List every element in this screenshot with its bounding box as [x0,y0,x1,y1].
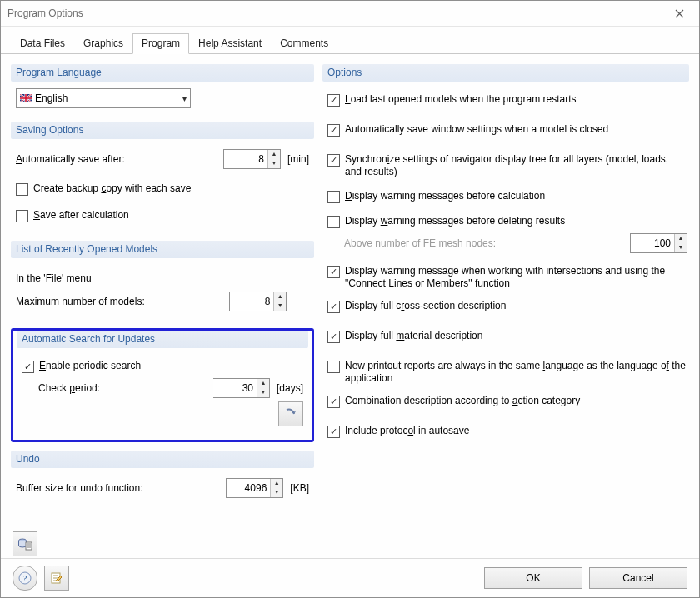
checkbox-icon [16,183,28,196]
opt-warn-intersections[interactable]: Display warning message when working wit… [328,265,688,290]
checkbox-icon [328,301,340,313]
spin-up-icon[interactable]: ▲ [271,479,282,488]
close-icon [675,9,684,18]
save-after-calc-checkbox[interactable]: Save after calculation [16,209,309,222]
refresh-arrow-icon [284,407,298,421]
spin-up-icon[interactable]: ▲ [258,379,269,388]
cancel-button[interactable]: Cancel [589,567,688,589]
check-period-unit: [days] [277,382,303,394]
opt-full-cross-section[interactable]: Display full cross-section description [328,300,688,313]
undo-buffer-label: Buffer size for undo function: [16,482,226,494]
tab-data-files[interactable]: Data Files [11,33,74,54]
window-title: Program Options [8,7,662,19]
max-models-label: Maximum number of models: [16,296,229,307]
group-header-language: Program Language [11,64,314,82]
spin-down-icon[interactable]: ▼ [675,243,687,252]
opt-label: Display warning messages before deleting… [345,215,688,227]
language-value: English [35,92,68,104]
max-models-spinner[interactable]: ▲▼ [229,292,287,311]
spin-down-icon[interactable]: ▼ [258,388,269,397]
right-column: Options Load last opened models when the… [322,64,689,521]
checkbox-icon [16,210,28,222]
tab-comments[interactable]: Comments [271,33,338,54]
dialog-footer: ? OK Cancel [1,558,699,597]
spin-up-icon[interactable]: ▲ [268,150,280,159]
tab-help-assistant[interactable]: Help Assistant [189,33,271,54]
check-period-spinner[interactable]: ▲▼ [212,378,270,398]
backup-checkbox[interactable]: Create backup copy with each save [16,182,309,196]
group-options: Options Load last opened models when the… [322,64,689,513]
save-after-calc-label: Save after calculation [33,209,309,222]
group-updates: Automatic Search for Updates Enable peri… [17,331,308,435]
checkbox-icon [328,396,340,408]
opt-warn-before-delete[interactable]: Display warning messages before deleting… [328,215,688,228]
opt-label: Include protocol in autosave [345,425,688,437]
fe-nodes-spinner[interactable]: ▲▼ [630,233,688,253]
group-header-saving: Saving Options [11,122,314,139]
tab-bar: Data Files Graphics Program Help Assista… [1,27,699,54]
language-select[interactable]: English ▾ [16,88,191,108]
opt-printout-language[interactable]: New printout reports are always in the s… [328,360,688,385]
close-button[interactable] [662,2,696,25]
auto-save-unit: [min] [288,153,309,165]
group-header-recent: List of Recently Opened Models [11,241,314,258]
spin-up-icon[interactable]: ▲ [675,234,687,243]
opt-combination-desc[interactable]: Combination description according to act… [328,395,688,408]
backup-label: Create backup copy with each save [33,182,309,195]
database-settings-icon [18,536,32,551]
check-now-button[interactable] [278,401,303,426]
program-options-window: Program Options Data Files Graphics Prog… [0,0,700,598]
checkbox-icon [328,216,340,228]
svg-text:?: ? [23,573,28,583]
undo-buffer-input[interactable] [227,479,270,497]
help-button[interactable]: ? [12,566,38,591]
spin-down-icon[interactable]: ▼ [268,159,280,168]
ok-label: OK [526,572,540,584]
opt-label: Automatically save window settings when … [345,123,688,136]
group-header-options: Options [322,64,689,82]
cancel-label: Cancel [622,572,653,584]
auto-save-label: Automatically save after: [16,153,223,165]
opt-include-protocol[interactable]: Include protocol in autosave [328,425,688,438]
help-icon: ? [18,571,32,585]
opt-label: Display full cross-section description [345,300,688,312]
settings-db-button[interactable] [12,531,38,556]
ok-button[interactable]: OK [484,567,582,589]
opt-full-material[interactable]: Display full material description [328,330,688,343]
opt-sync-navigator[interactable]: Synchronize settings of navigator displa… [328,153,688,178]
opt-load-last-models[interactable]: Load last opened models when the program… [328,93,688,107]
checkbox-icon [328,191,340,203]
opt-save-window-settings[interactable]: Automatically save window settings when … [328,123,688,137]
undo-buffer-spinner[interactable]: ▲▼ [226,478,283,498]
opt-label: Display warning messages before calculat… [345,190,688,202]
opt-label: New printout reports are always in the s… [345,360,688,385]
group-header-undo: Undo [11,451,314,468]
left-column: Program Language English [11,64,314,521]
bottom-toolbar [1,526,699,558]
fe-nodes-label: Above number of FE mesh nodes: [344,237,630,249]
checkbox-icon [328,361,340,373]
opt-label: Display warning message when working wit… [345,265,688,290]
svg-rect-4 [20,97,32,99]
fe-nodes-input[interactable] [631,234,674,252]
group-recent-models: List of Recently Opened Models In the 'F… [11,241,314,320]
opt-label: Display full material description [345,330,688,342]
tab-program[interactable]: Program [132,33,189,54]
opt-warn-before-calc[interactable]: Display warning messages before calculat… [328,190,688,203]
tab-graphics[interactable]: Graphics [74,33,132,54]
auto-save-spinner[interactable]: ▲▼ [223,149,281,169]
enable-periodic-checkbox[interactable]: Enable periodic search [22,360,303,373]
auto-save-input[interactable] [224,150,268,168]
checkbox-icon [328,331,340,343]
edit-note-button[interactable] [44,566,69,591]
dialog-body: Program Language English [1,54,699,526]
group-undo: Undo Buffer size for undo function: ▲▼ [… [11,451,314,506]
spin-down-icon[interactable]: ▼ [274,301,286,311]
checkbox-icon [22,361,34,373]
spin-up-icon[interactable]: ▲ [274,292,286,301]
spin-down-icon[interactable]: ▼ [271,488,282,497]
max-models-input[interactable] [230,292,273,311]
group-header-updates: Automatic Search for Updates [17,331,308,348]
check-period-input[interactable] [213,379,257,397]
chevron-down-icon: ▾ [182,94,187,103]
